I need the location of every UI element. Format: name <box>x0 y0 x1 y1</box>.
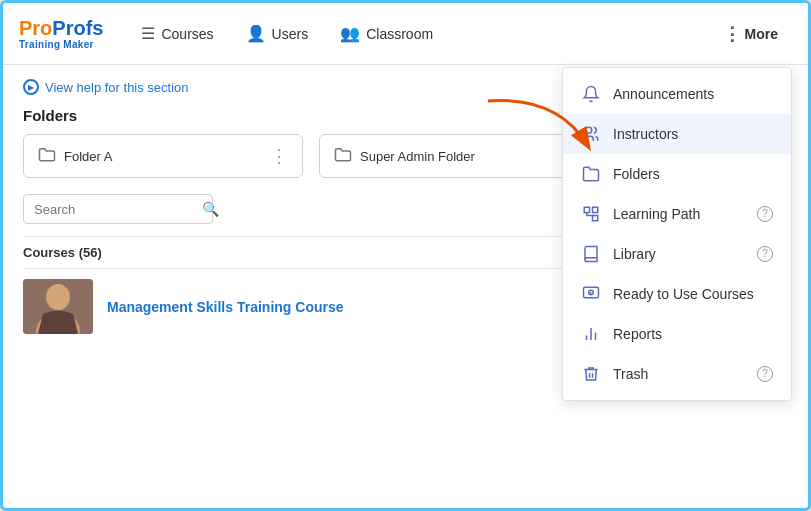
course-thumbnail <box>23 279 93 334</box>
nav-courses[interactable]: ☰ Courses <box>127 16 227 51</box>
logo[interactable]: ProProfs Training Maker <box>19 17 103 50</box>
svg-rect-2 <box>593 207 598 212</box>
help-text: View help for this section <box>45 80 189 95</box>
announcements-icon <box>581 84 601 104</box>
folder-a-menu[interactable]: ⋮ <box>270 145 288 167</box>
dropdown-item-learning-path[interactable]: Learning Path ? <box>563 194 791 234</box>
ready-to-use-icon <box>581 284 601 304</box>
top-nav: ProProfs Training Maker ☰ Courses 👤 User… <box>3 3 808 65</box>
play-icon: ▶ <box>23 79 39 95</box>
nav-courses-label: Courses <box>161 26 213 42</box>
search-bar[interactable]: 🔍 <box>23 194 213 224</box>
dropdown-item-instructors[interactable]: Instructors <box>563 114 791 154</box>
logo-subtitle: Training Maker <box>19 39 103 50</box>
folder-super-admin-left: Super Admin Folder <box>334 146 475 166</box>
logo-profs: Profs <box>52 17 103 39</box>
reports-icon <box>581 324 601 344</box>
nav-classroom[interactable]: 👥 Classroom <box>326 16 447 51</box>
nav-users-label: Users <box>272 26 309 42</box>
announcements-label: Announcements <box>613 86 773 102</box>
nav-users[interactable]: 👤 Users <box>232 16 323 51</box>
learning-path-help-icon[interactable]: ? <box>757 206 773 222</box>
users-icon: 👤 <box>246 24 266 43</box>
folder-a-left: Folder A <box>38 146 112 166</box>
folder-a[interactable]: Folder A ⋮ <box>23 134 303 178</box>
instructors-label: Instructors <box>613 126 773 142</box>
course-title[interactable]: Management Skills Training Course <box>107 299 344 315</box>
dropdown-item-trash[interactable]: Trash ? <box>563 354 791 394</box>
folder-a-label: Folder A <box>64 149 112 164</box>
search-input[interactable] <box>34 202 202 217</box>
nav-classroom-label: Classroom <box>366 26 433 42</box>
folders-icon <box>581 164 601 184</box>
search-icon: 🔍 <box>202 201 219 217</box>
folders-label: Folders <box>613 166 773 182</box>
dropdown-item-ready-to-use[interactable]: Ready to Use Courses <box>563 274 791 314</box>
svg-rect-3 <box>593 215 598 220</box>
dropdown-item-announcements[interactable]: Announcements <box>563 74 791 114</box>
svg-point-0 <box>586 127 592 133</box>
nav-more-button[interactable]: ⋮ More <box>709 15 792 53</box>
folder-super-admin-icon <box>334 146 352 166</box>
svg-point-11 <box>46 284 70 310</box>
classroom-icon: 👥 <box>340 24 360 43</box>
three-dots-icon: ⋮ <box>723 23 741 45</box>
learning-path-label: Learning Path <box>613 206 745 222</box>
trash-label: Trash <box>613 366 745 382</box>
dropdown-item-library[interactable]: Library ? <box>563 234 791 274</box>
courses-icon: ☰ <box>141 24 155 43</box>
person-svg <box>23 279 93 334</box>
library-icon <box>581 244 601 264</box>
app-frame: ProProfs Training Maker ☰ Courses 👤 User… <box>0 0 811 511</box>
more-dropdown: Announcements Instructors Folders <box>562 67 792 401</box>
trash-help-icon[interactable]: ? <box>757 366 773 382</box>
nav-items: ☰ Courses 👤 Users 👥 Classroom <box>127 16 708 51</box>
logo-pro: Pro <box>19 17 52 39</box>
folder-super-admin[interactable]: Super Admin Folder <box>319 134 599 178</box>
trash-icon <box>581 364 601 384</box>
courses-count-label: Courses (56) <box>23 245 102 260</box>
folder-a-icon <box>38 146 56 166</box>
nav-more-label: More <box>745 26 778 42</box>
ready-to-use-label: Ready to Use Courses <box>613 286 773 302</box>
dropdown-item-reports[interactable]: Reports <box>563 314 791 354</box>
library-help-icon[interactable]: ? <box>757 246 773 262</box>
instructors-icon <box>581 124 601 144</box>
logo-text: ProProfs <box>19 17 103 39</box>
nav-more-area: ⋮ More Announcements Instructors <box>709 15 792 53</box>
folder-super-admin-label: Super Admin Folder <box>360 149 475 164</box>
learning-path-icon <box>581 204 601 224</box>
reports-label: Reports <box>613 326 773 342</box>
dropdown-item-folders[interactable]: Folders <box>563 154 791 194</box>
library-label: Library <box>613 246 745 262</box>
svg-rect-1 <box>584 207 589 212</box>
